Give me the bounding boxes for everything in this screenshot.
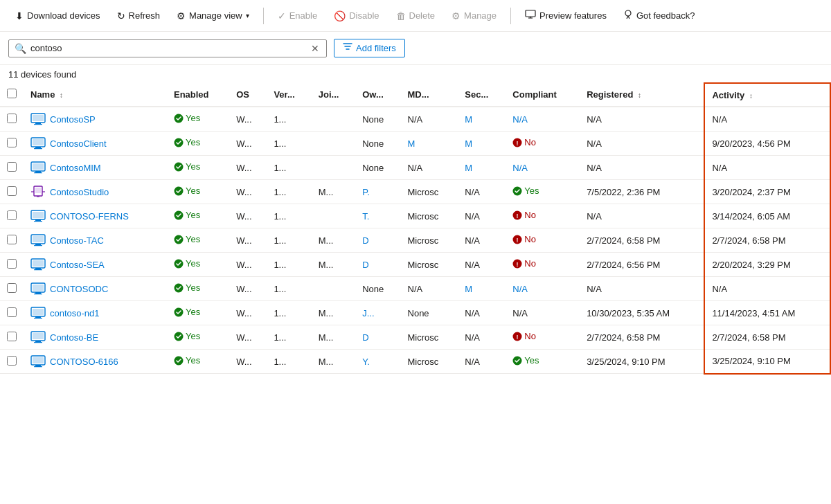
svg-rect-20: [35, 171, 41, 172]
select-all-checkbox[interactable]: [7, 89, 17, 98]
device-sec[interactable]: M: [465, 284, 472, 294]
device-version-cell: 1...: [267, 350, 311, 374]
device-name-link[interactable]: CONTOSO-6166: [30, 355, 160, 368]
device-activity-cell: 3/25/2024, 9:10 PM: [704, 350, 830, 374]
device-owner[interactable]: D: [362, 235, 368, 246]
device-owner[interactable]: J...: [362, 308, 374, 318]
device-owner[interactable]: P.: [362, 187, 370, 197]
row-checkbox[interactable]: [7, 259, 17, 269]
row-checkbox[interactable]: [7, 235, 17, 244]
row-checkbox-cell[interactable]: [0, 156, 24, 180]
device-sec-cell: N/A: [458, 325, 506, 350]
device-enabled-cell: Yes: [167, 325, 229, 350]
row-checkbox-cell[interactable]: [0, 325, 24, 350]
device-md: None: [408, 308, 429, 318]
device-name-link[interactable]: Contoso-TAC: [30, 234, 160, 246]
device-owner[interactable]: D: [362, 332, 368, 343]
manage-view-button[interactable]: ⚙ Manage view ▾: [170, 6, 256, 26]
device-name-link[interactable]: ContosoClient: [30, 137, 160, 150]
table-row: contoso-nd1 Yes W...1...M...J...NoneN/AN…: [0, 301, 830, 325]
svg-rect-7: [33, 115, 44, 121]
delete-button[interactable]: 🗑 Delete: [389, 6, 443, 26]
row-checkbox-cell[interactable]: [0, 253, 24, 277]
got-feedback-label: Got feedback?: [636, 10, 695, 21]
device-sec[interactable]: M: [465, 138, 472, 149]
device-name-link[interactable]: Contoso-SEA: [30, 258, 160, 271]
select-all-checkbox-cell[interactable]: [0, 83, 24, 107]
device-name-link[interactable]: ContosoMIM: [30, 161, 160, 174]
device-owner-cell: Y.: [355, 350, 400, 374]
row-checkbox-cell[interactable]: [0, 301, 24, 325]
device-owner[interactable]: T.: [362, 211, 369, 222]
enabled-text: Yes: [186, 210, 200, 220]
row-checkbox[interactable]: [7, 307, 17, 317]
svg-rect-24: [35, 188, 41, 193]
device-activity: 2/20/2024, 3:29 PM: [712, 260, 790, 270]
disable-button[interactable]: 🚫 Disable: [327, 6, 386, 26]
row-checkbox-cell[interactable]: [0, 180, 24, 204]
download-devices-button[interactable]: ⬇ Download devices: [8, 6, 107, 26]
refresh-button[interactable]: ↻ Refresh: [110, 6, 168, 26]
device-sec[interactable]: M: [465, 114, 472, 125]
device-owner[interactable]: Y.: [362, 357, 370, 367]
devices-table: Name ↕ Enabled OS Ver... Joi... Ow... MD…: [0, 82, 831, 375]
row-checkbox[interactable]: [7, 210, 17, 220]
add-filters-button[interactable]: Add filters: [334, 39, 405, 57]
row-checkbox[interactable]: [7, 162, 17, 172]
manage-button[interactable]: ⚙ Manage: [445, 6, 503, 26]
row-checkbox-cell[interactable]: [0, 277, 24, 301]
device-md[interactable]: M: [408, 138, 416, 149]
row-checkbox-cell[interactable]: [0, 132, 24, 156]
row-checkbox-cell[interactable]: [0, 107, 24, 132]
device-join: M...: [319, 332, 334, 343]
device-name-link[interactable]: contoso-nd1: [30, 307, 160, 319]
col-header-name[interactable]: Name ↕: [24, 83, 167, 107]
device-owner[interactable]: D: [362, 260, 368, 270]
svg-text:!: !: [517, 213, 519, 219]
svg-rect-25: [37, 196, 39, 197]
device-version: 1...: [274, 260, 286, 270]
compliant-no: ! No: [512, 210, 536, 220]
col-header-registered[interactable]: Registered ↕: [580, 83, 704, 107]
preview-features-button[interactable]: Preview features: [518, 6, 614, 26]
device-name-link[interactable]: CONTOSO-FERNS: [30, 210, 160, 222]
device-join: M...: [319, 260, 334, 270]
device-compliant-cell: ! No: [506, 228, 580, 253]
row-checkbox[interactable]: [7, 138, 17, 147]
device-join: M...: [319, 235, 334, 246]
device-name-link[interactable]: ContosoStudio: [30, 186, 160, 198]
row-checkbox[interactable]: [7, 186, 17, 196]
device-sec: N/A: [465, 235, 480, 246]
device-sec: N/A: [465, 357, 480, 367]
device-name-link[interactable]: ContosoSP: [30, 113, 160, 125]
row-checkbox-cell[interactable]: [0, 204, 24, 228]
got-feedback-button[interactable]: Got feedback?: [616, 6, 702, 26]
row-checkbox-cell[interactable]: [0, 228, 24, 253]
device-name-link[interactable]: CONTOSODC: [30, 282, 160, 295]
device-name-link[interactable]: Contoso-BE: [30, 331, 160, 343]
svg-rect-59: [34, 318, 42, 318]
device-owner: None: [362, 114, 384, 125]
device-sec[interactable]: M: [465, 163, 472, 173]
device-name-cell: Contoso-SEA: [24, 253, 167, 277]
search-clear-button[interactable]: ✕: [310, 43, 321, 54]
enabled-text: Yes: [186, 282, 200, 293]
col-header-enabled: Enabled: [167, 83, 229, 107]
row-checkbox[interactable]: [7, 332, 17, 341]
computer-icon: [30, 331, 46, 343]
enable-button[interactable]: ✓ Enable: [271, 6, 324, 26]
row-checkbox[interactable]: [7, 114, 17, 123]
device-version-cell: 1...: [267, 132, 311, 156]
compliant-na[interactable]: N/A: [512, 114, 528, 125]
row-checkbox[interactable]: [7, 283, 17, 293]
device-md-cell: N/A: [401, 107, 458, 132]
device-registered: 2/7/2024, 6:56 PM: [587, 260, 660, 270]
search-input[interactable]: [30, 43, 305, 53]
col-header-activity[interactable]: Activity ↕: [704, 83, 830, 107]
compliant-na[interactable]: N/A: [512, 284, 528, 294]
row-checkbox-cell[interactable]: [0, 350, 24, 374]
row-checkbox[interactable]: [7, 356, 17, 366]
compliant-na[interactable]: N/A: [512, 163, 528, 173]
search-input-wrap[interactable]: 🔍 ✕: [8, 39, 327, 57]
sort-icon-activity: ↕: [749, 92, 753, 100]
